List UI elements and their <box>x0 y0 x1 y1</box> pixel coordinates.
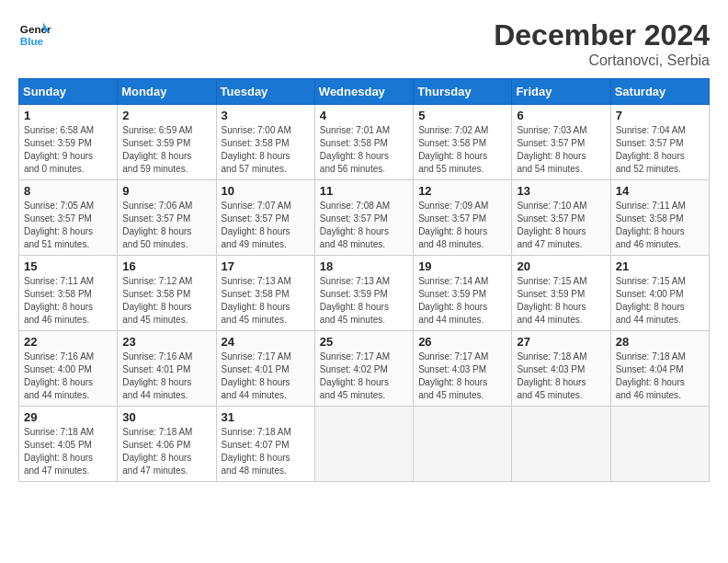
calendar-cell <box>414 407 512 482</box>
day-number: 23 <box>122 335 210 349</box>
day-number: 30 <box>122 410 210 424</box>
column-header-tuesday: Tuesday <box>216 79 314 105</box>
day-number: 24 <box>222 335 310 349</box>
calendar-header-row: SundayMondayTuesdayWednesdayThursdayFrid… <box>19 79 710 105</box>
calendar-body: 1Sunrise: 6:58 AM Sunset: 3:59 PM Daylig… <box>19 105 710 482</box>
day-number: 19 <box>418 259 506 273</box>
day-info: Sunrise: 7:17 AM Sunset: 4:03 PM Dayligh… <box>418 350 506 402</box>
calendar-week-row: 29Sunrise: 7:18 AM Sunset: 4:05 PM Dayli… <box>19 407 710 482</box>
calendar-table: SundayMondayTuesdayWednesdayThursdayFrid… <box>18 78 710 482</box>
day-info: Sunrise: 7:18 AM Sunset: 4:04 PM Dayligh… <box>616 350 704 402</box>
calendar-cell: 26Sunrise: 7:17 AM Sunset: 4:03 PM Dayli… <box>414 331 512 407</box>
day-number: 18 <box>320 259 408 273</box>
calendar-cell: 2Sunrise: 6:59 AM Sunset: 3:59 PM Daylig… <box>118 105 216 180</box>
day-info: Sunrise: 7:13 AM Sunset: 3:58 PM Dayligh… <box>222 275 310 327</box>
day-number: 11 <box>320 184 408 198</box>
day-number: 12 <box>418 184 506 198</box>
calendar-cell: 12Sunrise: 7:09 AM Sunset: 3:57 PM Dayli… <box>414 180 512 256</box>
calendar-cell <box>314 407 413 482</box>
day-info: Sunrise: 7:10 AM Sunset: 3:57 PM Dayligh… <box>517 200 605 251</box>
calendar-cell: 27Sunrise: 7:18 AM Sunset: 4:03 PM Dayli… <box>512 331 610 407</box>
day-info: Sunrise: 7:18 AM Sunset: 4:06 PM Dayligh… <box>122 426 210 477</box>
day-number: 26 <box>418 335 506 349</box>
day-info: Sunrise: 7:11 AM Sunset: 3:58 PM Dayligh… <box>24 275 112 327</box>
day-number: 15 <box>24 259 112 273</box>
day-info: Sunrise: 7:01 AM Sunset: 3:58 PM Dayligh… <box>320 124 408 176</box>
calendar-cell: 30Sunrise: 7:18 AM Sunset: 4:06 PM Dayli… <box>118 407 216 482</box>
calendar-cell: 7Sunrise: 7:04 AM Sunset: 3:57 PM Daylig… <box>610 105 709 180</box>
day-number: 25 <box>320 335 408 349</box>
day-number: 17 <box>222 259 310 273</box>
day-info: Sunrise: 7:00 AM Sunset: 3:58 PM Dayligh… <box>222 124 310 176</box>
day-info: Sunrise: 7:17 AM Sunset: 4:02 PM Dayligh… <box>320 350 408 402</box>
calendar-cell: 18Sunrise: 7:13 AM Sunset: 3:59 PM Dayli… <box>314 256 413 331</box>
calendar-cell: 16Sunrise: 7:12 AM Sunset: 3:58 PM Dayli… <box>118 256 216 331</box>
calendar-cell: 11Sunrise: 7:08 AM Sunset: 3:57 PM Dayli… <box>314 180 413 256</box>
calendar-cell: 21Sunrise: 7:15 AM Sunset: 4:00 PM Dayli… <box>610 256 709 331</box>
day-info: Sunrise: 7:18 AM Sunset: 4:03 PM Dayligh… <box>517 350 605 402</box>
column-header-sunday: Sunday <box>19 79 118 105</box>
calendar-cell: 19Sunrise: 7:14 AM Sunset: 3:59 PM Dayli… <box>414 256 512 331</box>
calendar-cell <box>512 407 610 482</box>
day-info: Sunrise: 7:07 AM Sunset: 3:57 PM Dayligh… <box>222 200 310 251</box>
month-title: December 2024 <box>494 18 710 52</box>
day-number: 9 <box>122 184 210 198</box>
calendar-cell: 17Sunrise: 7:13 AM Sunset: 3:58 PM Dayli… <box>216 256 314 331</box>
day-info: Sunrise: 7:18 AM Sunset: 4:05 PM Dayligh… <box>24 426 112 477</box>
calendar-cell: 29Sunrise: 7:18 AM Sunset: 4:05 PM Dayli… <box>19 407 118 482</box>
day-info: Sunrise: 7:04 AM Sunset: 3:57 PM Dayligh… <box>616 124 704 176</box>
day-info: Sunrise: 7:11 AM Sunset: 3:58 PM Dayligh… <box>616 200 704 251</box>
svg-text:Blue: Blue <box>20 35 44 47</box>
day-info: Sunrise: 6:59 AM Sunset: 3:59 PM Dayligh… <box>122 124 210 176</box>
day-number: 4 <box>320 109 408 122</box>
column-header-thursday: Thursday <box>414 79 512 105</box>
calendar-cell <box>610 407 709 482</box>
day-number: 1 <box>24 109 112 122</box>
calendar-cell: 9Sunrise: 7:06 AM Sunset: 3:57 PM Daylig… <box>118 180 216 256</box>
calendar-week-row: 1Sunrise: 6:58 AM Sunset: 3:59 PM Daylig… <box>19 105 710 180</box>
title-area: December 2024 Cortanovci, Serbia <box>494 18 710 69</box>
calendar-cell: 28Sunrise: 7:18 AM Sunset: 4:04 PM Dayli… <box>610 331 709 407</box>
location: Cortanovci, Serbia <box>494 52 710 69</box>
calendar-week-row: 8Sunrise: 7:05 AM Sunset: 3:57 PM Daylig… <box>19 180 710 256</box>
logo-icon: General Blue <box>18 18 51 52</box>
calendar-cell: 22Sunrise: 7:16 AM Sunset: 4:00 PM Dayli… <box>19 331 118 407</box>
day-info: Sunrise: 7:15 AM Sunset: 4:00 PM Dayligh… <box>616 275 704 327</box>
calendar-cell: 15Sunrise: 7:11 AM Sunset: 3:58 PM Dayli… <box>19 256 118 331</box>
column-header-saturday: Saturday <box>610 79 709 105</box>
day-number: 3 <box>222 109 310 122</box>
calendar-cell: 14Sunrise: 7:11 AM Sunset: 3:58 PM Dayli… <box>610 180 709 256</box>
calendar-cell: 24Sunrise: 7:17 AM Sunset: 4:01 PM Dayli… <box>216 331 314 407</box>
logo: General Blue <box>18 18 51 52</box>
day-info: Sunrise: 7:08 AM Sunset: 3:57 PM Dayligh… <box>320 200 408 251</box>
day-number: 22 <box>24 335 112 349</box>
day-number: 29 <box>24 410 112 424</box>
calendar-cell: 31Sunrise: 7:18 AM Sunset: 4:07 PM Dayli… <box>216 407 314 482</box>
day-number: 7 <box>616 109 704 122</box>
calendar-cell: 20Sunrise: 7:15 AM Sunset: 3:59 PM Dayli… <box>512 256 610 331</box>
day-info: Sunrise: 7:06 AM Sunset: 3:57 PM Dayligh… <box>122 200 210 251</box>
day-info: Sunrise: 7:09 AM Sunset: 3:57 PM Dayligh… <box>418 200 506 251</box>
day-number: 31 <box>222 410 310 424</box>
day-info: Sunrise: 7:16 AM Sunset: 4:01 PM Dayligh… <box>122 350 210 402</box>
column-header-wednesday: Wednesday <box>314 79 413 105</box>
column-header-friday: Friday <box>512 79 610 105</box>
day-info: Sunrise: 7:15 AM Sunset: 3:59 PM Dayligh… <box>517 275 605 327</box>
day-info: Sunrise: 7:02 AM Sunset: 3:58 PM Dayligh… <box>418 124 506 176</box>
day-info: Sunrise: 7:13 AM Sunset: 3:59 PM Dayligh… <box>320 275 408 327</box>
day-number: 14 <box>616 184 704 198</box>
day-info: Sunrise: 7:03 AM Sunset: 3:57 PM Dayligh… <box>517 124 605 176</box>
calendar-week-row: 15Sunrise: 7:11 AM Sunset: 3:58 PM Dayli… <box>19 256 710 331</box>
day-number: 5 <box>418 109 506 122</box>
day-info: Sunrise: 6:58 AM Sunset: 3:59 PM Dayligh… <box>24 124 112 176</box>
calendar-cell: 4Sunrise: 7:01 AM Sunset: 3:58 PM Daylig… <box>314 105 413 180</box>
calendar-cell: 6Sunrise: 7:03 AM Sunset: 3:57 PM Daylig… <box>512 105 610 180</box>
day-info: Sunrise: 7:12 AM Sunset: 3:58 PM Dayligh… <box>122 275 210 327</box>
page-header: General Blue December 2024 Cortanovci, S… <box>18 18 710 69</box>
day-number: 20 <box>517 259 605 273</box>
calendar-cell: 8Sunrise: 7:05 AM Sunset: 3:57 PM Daylig… <box>19 180 118 256</box>
calendar-cell: 3Sunrise: 7:00 AM Sunset: 3:58 PM Daylig… <box>216 105 314 180</box>
day-number: 16 <box>122 259 210 273</box>
day-number: 27 <box>517 335 605 349</box>
calendar-cell: 10Sunrise: 7:07 AM Sunset: 3:57 PM Dayli… <box>216 180 314 256</box>
